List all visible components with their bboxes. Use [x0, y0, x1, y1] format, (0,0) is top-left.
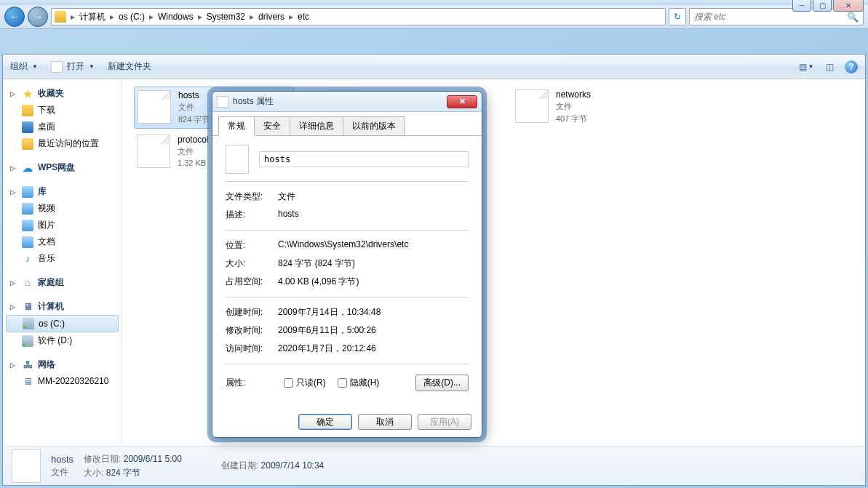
- sidebar-item-pictures[interactable]: 图片: [3, 217, 122, 233]
- readonly-checkbox[interactable]: 只读(R): [284, 377, 326, 389]
- cancel-button[interactable]: 取消: [358, 414, 412, 430]
- video-icon: [22, 203, 33, 215]
- desktop-icon: [22, 121, 33, 133]
- homegroup-icon: ⌂: [22, 277, 33, 289]
- sidebar-item-network-pc[interactable]: 🖥MM-20220326210: [3, 373, 122, 389]
- tab-previous-versions[interactable]: 以前的版本: [343, 116, 405, 135]
- library-icon: [22, 186, 33, 198]
- breadcrumb-segment[interactable]: Windows: [155, 12, 196, 22]
- sidebar-item-drive-c[interactable]: os (C:): [6, 315, 119, 332]
- computer-icon: 🖥: [22, 375, 33, 387]
- navigation-bar: ← → ▸ 计算机▸ os (C:)▸ Windows▸ System32▸ d…: [0, 5, 868, 29]
- details-type: 文件: [51, 466, 73, 479]
- sidebar-homegroup[interactable]: ▷⌂家庭组: [3, 274, 122, 291]
- file-icon: [226, 145, 249, 174]
- toolbar: 组织▼ 打开▼ 新建文件夹 ▤▼ ◫ ?: [3, 55, 865, 79]
- folder-icon: [55, 11, 66, 23]
- organize-button[interactable]: 组织▼: [10, 60, 38, 73]
- file-type: 文件: [178, 102, 210, 113]
- drive-icon: [23, 318, 34, 329]
- file-type: 文件: [556, 101, 591, 112]
- file-icon: [138, 90, 171, 124]
- sidebar: ▷★收藏夹 下载 桌面 最近访问的位置 ▷☁WPS网盘 ▷库 视频 图片 文档 …: [3, 79, 122, 446]
- file-name: protocol: [178, 135, 209, 145]
- sidebar-item-recent[interactable]: 最近访问的位置: [3, 135, 122, 152]
- maximize-button[interactable]: ▢: [813, 0, 832, 12]
- tab-details[interactable]: 详细信息: [290, 116, 343, 135]
- details-pane: hosts 文件 修改日期: 2009/6/11 5:00 大小: 824 字节…: [3, 446, 865, 485]
- file-icon: [137, 135, 170, 168]
- help-icon[interactable]: ?: [845, 60, 858, 73]
- file-size: 407 字节: [556, 113, 591, 124]
- close-button[interactable]: ✕: [833, 0, 864, 12]
- cloud-icon: ☁: [22, 162, 33, 174]
- dialog-titlebar[interactable]: hosts 属性 ✕: [212, 92, 482, 112]
- minimize-button[interactable]: ─: [792, 0, 811, 12]
- open-button[interactable]: 打开▼: [51, 60, 95, 73]
- page-icon: [51, 61, 63, 73]
- sidebar-item-music[interactable]: ♪音乐: [3, 250, 122, 267]
- search-icon: 🔍: [847, 12, 859, 23]
- breadcrumb-segment[interactable]: 计算机: [76, 11, 108, 23]
- ok-button[interactable]: 确定: [298, 414, 352, 430]
- file-icon: [12, 449, 41, 483]
- view-button[interactable]: ▤▼: [798, 59, 814, 75]
- file-size: 1.32 KB: [178, 159, 209, 167]
- file-size: 824 字节: [178, 114, 210, 125]
- file-icon: [515, 89, 549, 123]
- network-icon: 🖧: [22, 359, 33, 371]
- sidebar-network[interactable]: ▷🖧网络: [3, 356, 122, 373]
- file-item[interactable]: networks 文件 407 字节: [512, 87, 672, 129]
- file-type: 文件: [178, 146, 209, 157]
- preview-pane-button[interactable]: ◫: [821, 59, 837, 75]
- sidebar-item-documents[interactable]: 文档: [3, 233, 122, 250]
- file-name: networks: [556, 89, 591, 100]
- sidebar-computer[interactable]: ▷🖥计算机: [3, 298, 122, 315]
- folder-icon: [22, 105, 33, 116]
- star-icon: ★: [22, 88, 33, 100]
- new-folder-button[interactable]: 新建文件夹: [108, 60, 151, 73]
- dialog-title: hosts 属性: [233, 95, 447, 108]
- computer-icon: 🖥: [22, 301, 33, 313]
- sidebar-wps[interactable]: ▷☁WPS网盘: [3, 159, 122, 176]
- titlebar: ─ ▢ ✕: [0, 0, 868, 5]
- forward-button[interactable]: →: [28, 7, 48, 27]
- breadcrumb[interactable]: ▸ 计算机▸ os (C:)▸ Windows▸ System32▸ drive…: [51, 8, 666, 25]
- dialog-tabs: 常规 安全 详细信息 以前的版本: [212, 112, 482, 136]
- picture-icon: [22, 220, 33, 231]
- sidebar-item-drive-d[interactable]: 软件 (D:): [3, 332, 122, 349]
- back-button[interactable]: ←: [4, 7, 25, 27]
- breadcrumb-segment[interactable]: drivers: [255, 12, 287, 22]
- filename-input[interactable]: [259, 151, 469, 167]
- sidebar-favorites[interactable]: ▷★收藏夹: [3, 85, 122, 102]
- file-icon: [217, 96, 228, 108]
- properties-dialog: hosts 属性 ✕ 常规 安全 详细信息 以前的版本 文件类型:文件 描述:h…: [212, 91, 482, 438]
- music-icon: ♪: [22, 253, 33, 265]
- folder-icon: [22, 138, 33, 150]
- document-icon: [22, 236, 33, 248]
- breadcrumb-segment[interactable]: System32: [204, 12, 248, 22]
- sidebar-item-desktop[interactable]: 桌面: [3, 119, 122, 135]
- sidebar-item-videos[interactable]: 视频: [3, 200, 122, 217]
- sidebar-library[interactable]: ▷库: [3, 183, 122, 200]
- tab-security[interactable]: 安全: [254, 116, 290, 135]
- breadcrumb-segment[interactable]: etc: [295, 12, 312, 22]
- apply-button[interactable]: 应用(A): [418, 414, 471, 430]
- tab-general[interactable]: 常规: [218, 116, 255, 136]
- details-name: hosts: [51, 454, 73, 465]
- hidden-checkbox[interactable]: 隐藏(H): [338, 377, 380, 389]
- drive-icon: [22, 335, 33, 347]
- breadcrumb-segment[interactable]: os (C:): [116, 12, 148, 22]
- search-input[interactable]: [694, 12, 847, 22]
- advanced-button[interactable]: 高级(D)...: [415, 375, 469, 391]
- sidebar-item-downloads[interactable]: 下载: [3, 102, 122, 119]
- refresh-button[interactable]: ↻: [669, 8, 686, 25]
- dialog-close-button[interactable]: ✕: [447, 95, 477, 108]
- file-name: hosts: [178, 90, 210, 100]
